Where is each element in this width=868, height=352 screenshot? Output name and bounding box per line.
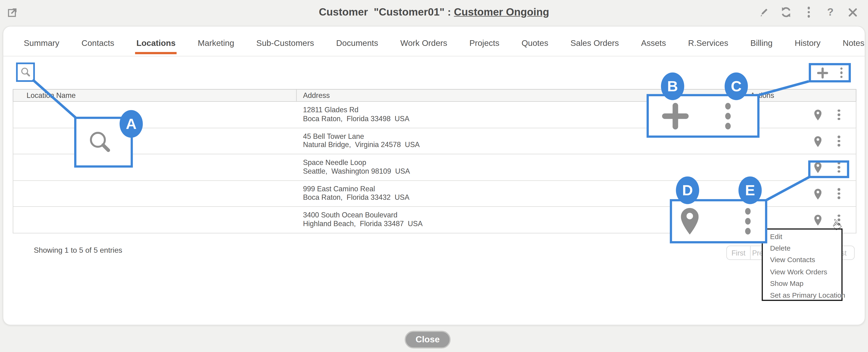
tab-projects[interactable]: Projects <box>468 33 501 54</box>
menu-item-delete[interactable]: Delete <box>763 242 841 254</box>
tab-assets[interactable]: Assets <box>640 33 667 54</box>
magnified-search-icon <box>89 131 112 154</box>
tab-rservices[interactable]: R.Services <box>687 33 729 54</box>
tab-sales-orders[interactable]: Sales Orders <box>569 33 620 54</box>
list-kebab-menu-icon[interactable] <box>840 66 843 79</box>
tab-marketing[interactable]: Marketing <box>197 33 235 54</box>
kebab-dots <box>807 6 810 19</box>
cell-actions <box>745 102 856 128</box>
cell-location-name <box>13 102 297 128</box>
map-pin-icon[interactable] <box>814 136 822 149</box>
close-window-icon[interactable] <box>847 7 858 18</box>
showing-entries-text: Showing 1 to 5 of 5 entries <box>34 246 122 254</box>
tab-sub-customers[interactable]: Sub-Customers <box>255 33 315 54</box>
help-icon[interactable]: ? <box>825 7 836 18</box>
cell-address: Space Needle Loop Seattle, Washington 98… <box>297 154 745 180</box>
page-title-text: Customer "Customer01" : <box>319 6 454 18</box>
table-row: Space Needle Loop Seattle, Washington 98… <box>13 154 857 181</box>
location-list-toolbar <box>809 63 851 82</box>
pagination-first[interactable]: First <box>726 246 750 260</box>
cell-actions <box>745 128 856 154</box>
callout-b-badge: B <box>661 72 684 100</box>
search-icon <box>20 67 31 77</box>
menu-item-edit[interactable]: Edit <box>763 231 841 242</box>
magnified-map-pin-icon <box>681 208 699 234</box>
kebab-menu-icon[interactable] <box>803 7 814 18</box>
map-pin-icon[interactable] <box>814 189 822 202</box>
callout-d-badge: D <box>676 177 699 204</box>
cell-location-name <box>13 207 297 233</box>
menu-item-view-contacts[interactable]: View Contacts <box>763 254 841 266</box>
page-title: Customer "Customer01" : Customer Ongoing <box>0 6 868 18</box>
tab-bar: Summary Contacts Locations Marketing Sub… <box>3 33 865 57</box>
refresh-icon[interactable] <box>781 7 792 18</box>
callout-de-box <box>670 199 767 243</box>
tab-quotes[interactable]: Quotes <box>520 33 549 54</box>
magnified-kebab-icon <box>725 101 731 131</box>
menu-item-set-primary-location[interactable]: Set as Primary Location <box>763 289 841 301</box>
menu-item-view-work-orders[interactable]: View Work Orders <box>763 266 841 278</box>
cell-location-name <box>13 154 297 180</box>
tab-documents[interactable]: Documents <box>335 33 379 54</box>
row-kebab-menu-icon[interactable] <box>838 108 840 121</box>
row-kebab-menu-icon[interactable] <box>838 135 840 148</box>
app-window: Customer "Customer01" : Customer Ongoing… <box>0 0 868 352</box>
customer-type-link[interactable]: Customer Ongoing <box>454 6 549 18</box>
title-bar: Customer "Customer01" : Customer Ongoing… <box>0 0 868 26</box>
magnified-kebab-icon <box>745 206 751 236</box>
tab-history[interactable]: History <box>794 33 822 54</box>
map-pin-icon[interactable] <box>814 109 822 123</box>
row-kebab-menu-icon[interactable] <box>838 187 840 200</box>
row-actions-context-menu: Edit Delete View Contacts View Work Orde… <box>762 228 843 301</box>
menu-item-show-map[interactable]: Show Map <box>763 278 841 289</box>
callout-c-badge: C <box>724 72 748 100</box>
tab-work-orders[interactable]: Work Orders <box>399 33 448 54</box>
callout-e-badge: E <box>739 177 762 204</box>
tab-contacts[interactable]: Contacts <box>80 33 115 54</box>
tab-summary[interactable]: Summary <box>23 33 60 54</box>
cell-location-name <box>13 181 297 206</box>
cell-location-name <box>13 128 297 154</box>
location-search-button[interactable] <box>16 63 35 82</box>
map-pin-icon[interactable] <box>814 215 822 228</box>
edit-pencil-icon[interactable] <box>758 7 770 18</box>
magnified-add-plus-icon <box>662 103 689 129</box>
column-header-location-name[interactable]: Location Name <box>13 90 297 101</box>
customer-detail-card: Summary Contacts Locations Marketing Sub… <box>3 26 865 325</box>
add-location-icon[interactable] <box>817 67 828 78</box>
close-button[interactable]: Close <box>405 331 451 349</box>
callout-a-badge: A <box>120 110 143 138</box>
row3-actions-highlight-box <box>808 160 849 178</box>
tab-locations[interactable]: Locations <box>135 33 177 54</box>
tab-billing[interactable]: Billing <box>749 33 774 54</box>
tab-notes[interactable]: Notes <box>842 33 866 54</box>
column-header-actions: Actions <box>745 90 856 101</box>
callout-bc-box <box>647 94 760 138</box>
